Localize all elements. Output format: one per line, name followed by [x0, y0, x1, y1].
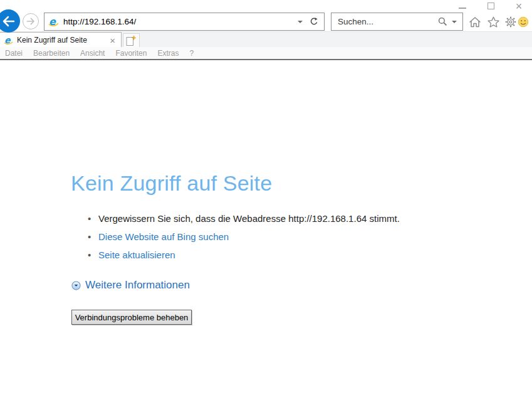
smiley-icon	[518, 16, 529, 28]
link-refresh-page[interactable]: Seite aktualisieren	[88, 246, 400, 264]
address-bar: e	[44, 13, 325, 31]
menu-bearbeiten[interactable]: Bearbeiten	[33, 49, 70, 58]
forward-button[interactable]	[23, 13, 39, 29]
refresh-button[interactable]	[310, 17, 318, 26]
menu-datei[interactable]: Datei	[5, 49, 23, 58]
gear-icon	[505, 16, 516, 28]
tab-title: Kein Zugriff auf Seite	[17, 36, 87, 45]
search-dropdown-icon[interactable]	[452, 21, 457, 23]
new-tab-icon	[126, 35, 137, 46]
maximize-icon	[488, 3, 494, 9]
minimize-button[interactable]	[457, 1, 467, 11]
browser-window: × e	[0, 0, 532, 410]
close-button[interactable]: ×	[514, 1, 524, 11]
tab-kein-zugriff[interactable]: e Kein Zugriff auf Seite ×	[0, 32, 122, 48]
more-information-label: Weitere Informationen	[85, 279, 190, 292]
url-dropdown-icon[interactable]	[298, 21, 303, 23]
home-button[interactable]	[469, 16, 481, 28]
back-arrow-icon	[2, 16, 15, 27]
search-box	[331, 13, 463, 31]
suggestion-list: Vergewissern Sie sich, dass die Webadres…	[88, 209, 400, 264]
error-page: Kein Zugriff auf Seite Vergewissern Sie …	[0, 60, 532, 410]
menu-bar: Datei Bearbeiten Ansicht Favoriten Extra…	[0, 47, 532, 59]
more-information-toggle[interactable]: Weitere Informationen	[71, 279, 190, 292]
home-icon	[469, 16, 481, 28]
favorites-button[interactable]	[487, 16, 499, 28]
close-icon: ×	[516, 1, 523, 12]
forward-arrow-icon	[26, 18, 35, 25]
settings-button[interactable]	[504, 16, 517, 28]
tab-bar: e Kein Zugriff auf Seite ×	[0, 31, 532, 47]
search-icon	[438, 17, 447, 26]
navigation-bar: e	[0, 0, 532, 31]
list-item-check-address: Vergewissern Sie sich, dass die Webadres…	[88, 209, 400, 228]
menu-favoriten[interactable]: Favoriten	[115, 49, 147, 58]
new-tab-button[interactable]	[123, 33, 140, 48]
back-button[interactable]	[0, 9, 20, 33]
search-button[interactable]	[438, 17, 447, 26]
feedback-button[interactable]	[517, 16, 529, 28]
star-icon	[488, 16, 499, 28]
url-input[interactable]	[59, 17, 298, 26]
refresh-icon	[310, 17, 318, 26]
fix-connection-button[interactable]: Verbindungsprobleme beheben	[71, 310, 192, 325]
maximize-button[interactable]	[486, 1, 496, 11]
window-controls: ×	[457, 1, 524, 11]
link-search-bing[interactable]: Diese Website auf Bing suchen	[88, 228, 400, 246]
minimize-icon	[459, 8, 466, 9]
search-input[interactable]	[331, 17, 438, 26]
page-title: Kein Zugriff auf Seite	[71, 171, 272, 196]
ie-tab-icon: e	[4, 36, 13, 45]
menu-extras[interactable]: Extras	[157, 49, 179, 58]
menu-ansicht[interactable]: Ansicht	[80, 49, 105, 58]
ie-page-icon: e	[48, 16, 59, 27]
expand-chevron-icon	[71, 281, 81, 290]
menu-hilfe[interactable]: ?	[189, 49, 194, 58]
tab-close-icon[interactable]: ×	[108, 36, 117, 45]
